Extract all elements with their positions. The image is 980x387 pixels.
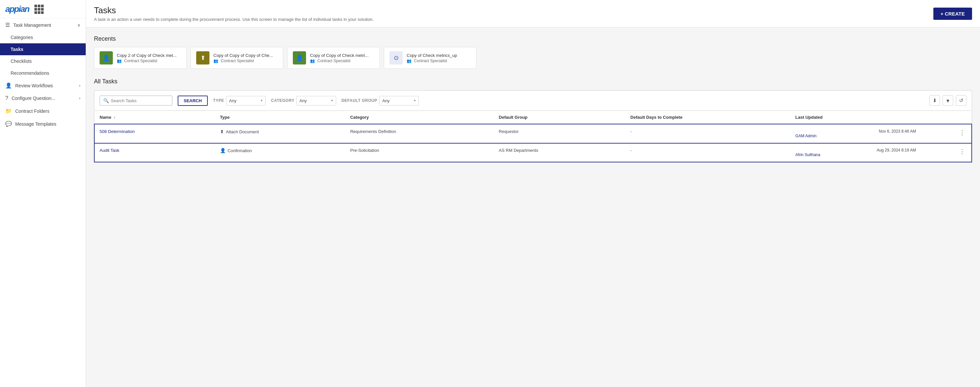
recent-card-role: 👥 Contract Specialist bbox=[407, 59, 457, 63]
task-name-link[interactable]: Audit Task bbox=[100, 148, 119, 153]
sidebar-item-tasks[interactable]: Tasks bbox=[0, 43, 86, 55]
cell-type: 👤 Confirmation bbox=[215, 143, 345, 162]
cell-row-actions: ⋮ bbox=[921, 124, 972, 143]
table-row: 508 Determination ⬆ Attach Document Requ… bbox=[94, 124, 972, 143]
chevron-icon: ∨ bbox=[78, 23, 80, 27]
type-attach-icon: ⬆ bbox=[220, 129, 224, 134]
recent-card-role: 👥 Contract Specialist bbox=[213, 59, 273, 63]
col-name[interactable]: Name ↑ bbox=[94, 111, 215, 124]
task-management-icon: ☰ bbox=[5, 22, 10, 28]
recent-card-icon: ⊙ bbox=[390, 51, 402, 65]
col-type: Type bbox=[215, 111, 345, 124]
sidebar-item-categories[interactable]: Categories bbox=[0, 32, 86, 43]
cell-name: 508 Determination bbox=[94, 124, 215, 143]
review-workflows-icon: 👤 bbox=[5, 82, 12, 89]
col-actions bbox=[921, 111, 972, 124]
recents-grid: 👤 Copy 2 of Copy of Check met... 👥 Contr… bbox=[94, 47, 972, 69]
search-button[interactable]: SEARCH bbox=[178, 95, 208, 106]
configure-questions-icon: ? bbox=[5, 95, 8, 101]
search-toolbar: 🔍 SEARCH TYPE Any CATEGORY bbox=[94, 90, 972, 111]
sort-asc-icon: ↑ bbox=[114, 116, 116, 119]
grid-menu-icon[interactable] bbox=[34, 5, 44, 14]
role-icon: 👥 bbox=[407, 59, 412, 63]
chevron-icon: › bbox=[79, 83, 80, 88]
category-filter-group: CATEGORY Any bbox=[271, 96, 336, 106]
row-actions-button[interactable]: ⋮ bbox=[958, 148, 966, 155]
download-button[interactable]: ⬇ bbox=[929, 95, 940, 106]
recent-card[interactable]: 👤 Copy of Copy of Check metri... 👥 Contr… bbox=[287, 47, 380, 69]
sidebar-item-checklists[interactable]: Checklists bbox=[0, 55, 86, 67]
recent-card-name: Copy 2 of Copy of Check met... bbox=[117, 53, 177, 58]
recent-card-role: 👥 Contract Specialist bbox=[117, 59, 177, 63]
cell-row-actions: ⋮ bbox=[921, 143, 972, 162]
recent-card-icon: 👤 bbox=[100, 51, 113, 65]
filter-button[interactable]: ▼ bbox=[943, 95, 953, 106]
table-row: Audit Task 👤 Confirmation Pre-Solicitati… bbox=[94, 143, 972, 162]
cell-last-updated: Aug 29, 2024 8:19 AM Afrin Sulthana bbox=[790, 143, 921, 162]
all-tasks-title: All Tasks bbox=[94, 78, 972, 85]
cell-default-days: - bbox=[625, 124, 790, 143]
sidebar-item-review-workflows[interactable]: 👤 Review Workflows › bbox=[0, 79, 86, 92]
recent-card-name: Copy of Check metrics_up bbox=[407, 53, 457, 58]
type-filter-select[interactable]: Any bbox=[226, 96, 266, 106]
col-category: Category bbox=[345, 111, 493, 124]
recent-card[interactable]: ⬆ Copy of Copy of Copy of Che... 👥 Contr… bbox=[191, 47, 283, 69]
page-subtitle: A task is an action a user needs to comp… bbox=[94, 17, 374, 22]
type-filter-group: TYPE Any bbox=[213, 96, 266, 106]
recent-card-name: Copy of Copy of Check metri... bbox=[310, 53, 369, 58]
recent-card-icon: ⬆ bbox=[196, 51, 210, 65]
tasks-table: Name ↑ Type Category Default Group bbox=[94, 111, 972, 162]
sidebar-item-task-management[interactable]: ☰ Task Management ∨ bbox=[0, 19, 86, 32]
default-group-filter-group: DEFAULT GROUP Any bbox=[342, 96, 419, 106]
message-templates-icon: 💬 bbox=[5, 121, 12, 127]
updated-by-link[interactable]: GAM Admin bbox=[795, 134, 916, 138]
role-icon: 👥 bbox=[117, 59, 122, 63]
type-confirmation-icon: 👤 bbox=[220, 148, 226, 153]
cell-name: Audit Task bbox=[94, 143, 215, 162]
default-group-filter-label: DEFAULT GROUP bbox=[342, 98, 377, 103]
category-filter-label: CATEGORY bbox=[271, 98, 294, 103]
search-input-wrap[interactable]: 🔍 bbox=[100, 95, 172, 106]
contract-folders-icon: 📁 bbox=[5, 108, 12, 114]
recent-card[interactable]: 👤 Copy 2 of Copy of Check met... 👥 Contr… bbox=[94, 47, 187, 69]
create-button[interactable]: + CREATE bbox=[933, 8, 972, 20]
sidebar-item-contract-folders[interactable]: 📁 Contract Folders bbox=[0, 105, 86, 117]
cell-default-days: - bbox=[625, 143, 790, 162]
cell-last-updated: Nov 6, 2023 8:46 AM GAM Admin bbox=[790, 124, 921, 143]
cell-type: ⬆ Attach Document bbox=[215, 124, 345, 143]
role-icon: 👥 bbox=[213, 59, 218, 63]
type-filter-label: TYPE bbox=[213, 98, 224, 103]
sidebar-item-configure-questions[interactable]: ? Configure Question... › bbox=[0, 92, 86, 105]
cell-category: Requirements Definition bbox=[345, 124, 493, 143]
col-default-group: Default Group bbox=[494, 111, 625, 124]
refresh-button[interactable]: ↺ bbox=[956, 95, 966, 106]
updated-by-link[interactable]: Afrin Sulthana bbox=[795, 152, 916, 157]
recent-card[interactable]: ⊙ Copy of Check metrics_up 👥 Contract Sp… bbox=[384, 47, 476, 69]
search-input[interactable] bbox=[111, 98, 169, 103]
recent-card-role: 👥 Contract Specialist bbox=[310, 59, 369, 63]
recent-card-icon: 👤 bbox=[293, 51, 306, 65]
search-icon: 🔍 bbox=[103, 98, 109, 103]
page-title: Tasks bbox=[94, 5, 374, 16]
cell-default-group: Requestor bbox=[494, 124, 625, 143]
default-group-filter-select[interactable]: Any bbox=[379, 96, 419, 106]
toolbar-actions: ⬇ ▼ ↺ bbox=[929, 95, 966, 106]
cell-category: Pre-Solicitation bbox=[345, 143, 493, 162]
col-last-updated: Last Updated bbox=[790, 111, 921, 124]
sidebar-item-recommendations[interactable]: Recommendations bbox=[0, 67, 86, 79]
role-icon: 👥 bbox=[310, 59, 315, 63]
recent-card-name: Copy of Copy of Copy of Che... bbox=[213, 53, 273, 58]
task-name-link[interactable]: 508 Determination bbox=[100, 129, 135, 134]
appian-logo: appian bbox=[5, 4, 29, 14]
cell-default-group: AS RM Departments bbox=[494, 143, 625, 162]
chevron-icon: › bbox=[79, 96, 80, 101]
col-default-days: Default Days to Complete bbox=[625, 111, 790, 124]
sidebar-item-message-templates[interactable]: 💬 Message Templates bbox=[0, 117, 86, 130]
category-filter-select[interactable]: Any bbox=[296, 96, 336, 106]
recents-title: Recents bbox=[94, 35, 972, 42]
row-actions-button[interactable]: ⋮ bbox=[958, 129, 966, 136]
